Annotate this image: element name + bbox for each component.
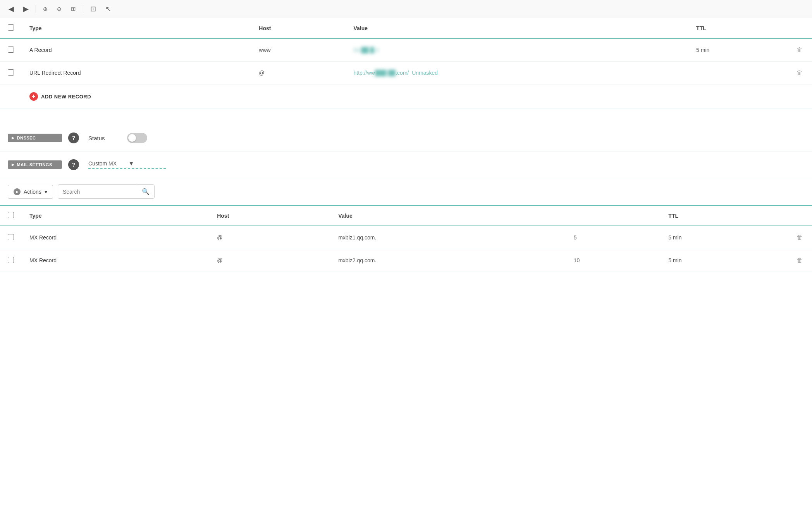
mx-row-1-delete-button[interactable]: 🗑 <box>795 232 804 243</box>
actions-label: Actions <box>24 189 41 195</box>
header-type: Type <box>22 18 251 38</box>
main-content: ◀ ▶ ⊕ ⊖ ⊞ ⊡ ↖ Type Host Value TTL <box>0 0 812 272</box>
header-checkbox-cell <box>0 18 22 38</box>
mail-settings-row: MAIL SETTINGS ? Custom MX ▼ <box>0 151 812 178</box>
forward-button[interactable]: ▶ <box>21 3 31 15</box>
dnssec-help-icon[interactable]: ? <box>68 133 79 143</box>
arrow-tool-button[interactable]: ↖ <box>103 3 114 15</box>
mx-row-2-type: MX Record <box>22 249 209 272</box>
mail-settings-label: MAIL SETTINGS <box>8 160 62 169</box>
dnssec-toggle[interactable] <box>127 133 147 143</box>
row-2-ttl <box>688 62 787 84</box>
mx-header-delete <box>787 206 812 226</box>
row-2-checkbox[interactable] <box>8 69 14 76</box>
header-value: Value <box>346 18 688 38</box>
table-row: A Record www 54.██.█.3 5 min 🗑 <box>0 38 812 62</box>
header-ttl: TTL <box>688 18 787 38</box>
mx-row-1-checkbox-cell <box>0 226 22 249</box>
mx-row-1-type: MX Record <box>22 226 209 249</box>
mx-header-host: Host <box>209 206 330 226</box>
mx-table-header: Type Host Value TTL <box>0 206 812 226</box>
mail-help-icon[interactable]: ? <box>68 159 79 170</box>
mx-header-priority <box>566 206 661 226</box>
toggle-thumb <box>128 134 136 142</box>
zoom-out-button[interactable]: ⊖ <box>55 4 64 14</box>
mx-row-1-checkbox[interactable] <box>8 234 14 240</box>
dnssec-status-label: Status <box>88 135 119 141</box>
select-all-checkbox[interactable] <box>8 24 14 31</box>
row-2-value-text: http://ww███ ██.com/ Unmasked <box>353 70 438 76</box>
row-2-value: http://ww███ ██.com/ Unmasked <box>346 62 688 84</box>
row-1-ttl: 5 min <box>688 38 787 62</box>
row-1-delete-button[interactable]: 🗑 <box>795 45 804 55</box>
mx-row-1-value: mxbiz1.qq.com. <box>330 226 566 249</box>
actions-dropdown-arrow: ▾ <box>45 189 47 195</box>
add-record-button-cell: + ADD NEW RECORD <box>22 84 787 109</box>
row-2-delete-button[interactable]: 🗑 <box>795 68 804 78</box>
row-1-value-text: 54.██.█.3 <box>353 47 378 53</box>
mx-row-2-checkbox-cell <box>0 249 22 272</box>
dns-records-table: Type Host Value TTL A Record www 54.██.█… <box>0 18 812 109</box>
mx-row-1-priority: 5 <box>566 226 661 249</box>
table-row: MX Record @ mxbiz1.qq.com. 5 5 min 🗑 <box>0 226 812 249</box>
add-icon: + <box>29 92 38 101</box>
row-1-delete-cell: 🗑 <box>787 38 812 62</box>
spacer <box>0 109 812 125</box>
home-button[interactable]: ⊞ <box>69 4 78 14</box>
row-1-value: 54.██.█.3 <box>346 38 688 62</box>
dnssec-row: DNSSEC ? Status <box>0 125 812 151</box>
mx-row-2-value: mxbiz2.qq.com. <box>330 249 566 272</box>
mx-header-checkbox <box>0 206 22 226</box>
mx-row-2-checkbox[interactable] <box>8 257 14 263</box>
table-row: URL Redirect Record @ http://ww███ ██.co… <box>0 62 812 84</box>
mail-settings-dropdown[interactable]: Custom MX ▼ <box>88 160 166 169</box>
row-1-type: A Record <box>22 38 251 62</box>
mx-header-type: Type <box>22 206 209 226</box>
row-2-host: @ <box>251 62 346 84</box>
row-2-delete-cell: 🗑 <box>787 62 812 84</box>
toolbar-separator-2 <box>83 5 83 13</box>
mx-row-1-host: @ <box>209 226 330 249</box>
play-icon: ▶ <box>14 188 21 195</box>
search-input[interactable] <box>58 186 137 198</box>
browser-toolbar: ◀ ▶ ⊕ ⊖ ⊞ ⊡ ↖ <box>0 0 812 18</box>
mx-select-all-checkbox[interactable] <box>8 212 14 218</box>
mx-row-2-priority: 10 <box>566 249 661 272</box>
add-new-record-button[interactable]: + ADD NEW RECORD <box>29 92 91 101</box>
mx-records-table: Type Host Value TTL MX Record @ mxbiz1.q… <box>0 206 812 272</box>
toolbar-separator-1 <box>36 5 36 13</box>
zoom-in-button[interactable]: ⊕ <box>41 4 50 14</box>
row-2-checkbox-cell <box>0 62 22 84</box>
row-1-host: www <box>251 38 346 62</box>
dnssec-label: DNSSEC <box>8 134 62 142</box>
mx-header-ttl: TTL <box>661 206 787 226</box>
row-2-type: URL Redirect Record <box>22 62 251 84</box>
search-icon: 🔍 <box>142 188 150 195</box>
header-host: Host <box>251 18 346 38</box>
actions-search-bar: ▶ Actions ▾ 🔍 <box>0 178 812 206</box>
back-button[interactable]: ◀ <box>6 3 16 15</box>
actions-button[interactable]: ▶ Actions ▾ <box>8 185 53 199</box>
mx-row-2-delete-cell: 🗑 <box>787 249 812 272</box>
mx-row-2-ttl: 5 min <box>661 249 787 272</box>
mx-row-2-delete-button[interactable]: 🗑 <box>795 255 804 265</box>
mx-row-2-host: @ <box>209 249 330 272</box>
header-delete <box>787 18 812 38</box>
dns-table-header: Type Host Value TTL <box>0 18 812 38</box>
mx-header-value: Value <box>330 206 566 226</box>
bookmark-button[interactable]: ⊡ <box>88 3 98 15</box>
row-checkbox-cell <box>0 38 22 62</box>
mx-row-1-delete-cell: 🗑 <box>787 226 812 249</box>
table-row: MX Record @ mxbiz2.qq.com. 10 5 min 🗑 <box>0 249 812 272</box>
add-record-row: + ADD NEW RECORD <box>0 84 812 109</box>
row-1-checkbox[interactable] <box>8 46 14 53</box>
add-record-empty <box>787 84 812 109</box>
mail-settings-dropdown-value: Custom MX <box>88 160 126 167</box>
mx-row-1-ttl: 5 min <box>661 226 787 249</box>
add-record-label: ADD NEW RECORD <box>41 94 91 100</box>
search-button[interactable]: 🔍 <box>137 185 154 198</box>
add-record-cell <box>0 84 22 109</box>
dropdown-arrow-icon: ▼ <box>129 160 166 167</box>
search-wrapper: 🔍 <box>58 184 155 199</box>
